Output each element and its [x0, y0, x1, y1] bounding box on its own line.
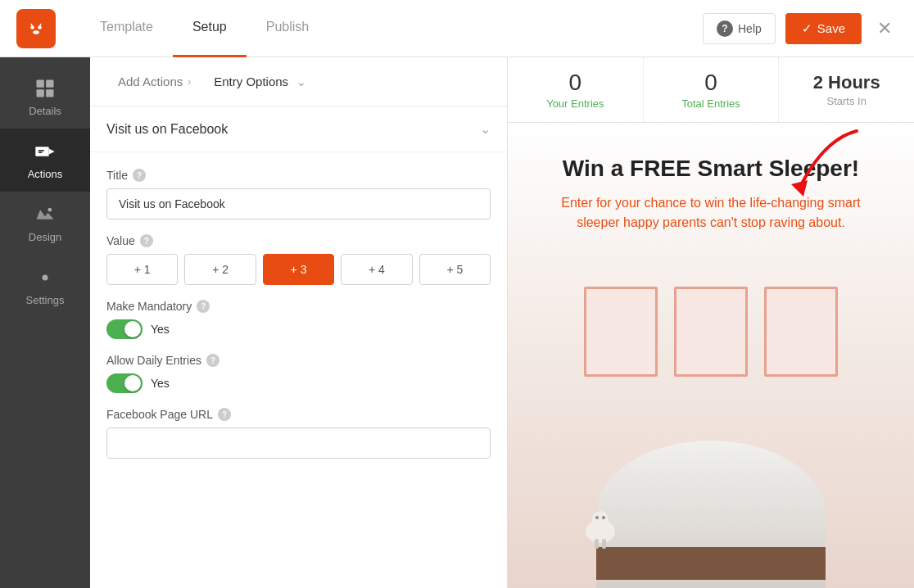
form-group-mandatory: Make Mandatory ? Yes	[106, 300, 491, 339]
section-chevron-icon: ⌄	[480, 121, 491, 137]
frame-1	[584, 287, 658, 377]
daily-label: Allow Daily Entries ?	[106, 354, 491, 367]
sub-nav: Add Actions › Entry Options ⌄	[90, 57, 507, 106]
svg-point-20	[602, 516, 605, 519]
sidebar-actions-label: Actions	[28, 168, 63, 180]
form-group-facebook-url: Facebook Page URL ?	[106, 408, 491, 459]
svg-point-15	[43, 275, 48, 281]
section-title: Visit us on Facebook	[106, 122, 228, 137]
mandatory-toggle[interactable]	[106, 319, 143, 339]
starts-in-number: 2 Hours	[813, 72, 880, 93]
svg-marker-0	[26, 19, 46, 38]
form-group-daily: Allow Daily Entries ? Yes	[106, 354, 491, 393]
preview-content: Win a FREE Smart Sleeper! Enter for your…	[508, 123, 914, 249]
value-btn-1[interactable]: + 1	[106, 254, 178, 285]
preview-desc-accent: happy parents can't stop raving about.	[623, 215, 845, 229]
save-button[interactable]: ✓ Save	[785, 13, 862, 44]
sub-nav-entry-options[interactable]: Entry Options ⌄	[202, 57, 318, 106]
product-cylinder	[596, 441, 826, 588]
close-button[interactable]: ✕	[871, 16, 898, 42]
form-body: Title ? Value ? + 1 + 2 + 3 + 4 + 5	[90, 152, 507, 475]
svg-point-3	[33, 30, 39, 34]
main-layout: Details Actions Design Settings	[0, 57, 914, 588]
svg-point-19	[595, 516, 599, 519]
entry-options-chevron: ⌄	[296, 75, 306, 88]
svg-rect-6	[37, 80, 44, 88]
tab-setup[interactable]: Setup	[173, 0, 247, 57]
add-actions-label: Add Actions	[118, 75, 183, 88]
design-icon	[34, 203, 57, 226]
section-header-facebook[interactable]: Visit us on Facebook ⌄	[90, 106, 507, 152]
preview-desc-2: sleeper	[577, 215, 619, 229]
sidebar-details-label: Details	[29, 105, 61, 117]
title-input[interactable]	[106, 188, 491, 219]
stat-total-entries: 0 Total Entries	[644, 57, 780, 122]
svg-rect-10	[35, 147, 48, 156]
your-entries-number: 0	[569, 70, 582, 96]
title-label: Title ?	[106, 169, 491, 182]
value-label: Value ?	[106, 234, 491, 247]
mandatory-help-icon[interactable]: ?	[197, 300, 210, 313]
logo-icon	[24, 16, 48, 41]
preview-description: Enter for your chance to win the life-ch…	[557, 193, 865, 233]
facebook-url-help-icon[interactable]: ?	[218, 408, 231, 421]
daily-yes-label: Yes	[151, 377, 170, 390]
value-buttons: + 1 + 2 + 3 + 4 + 5	[106, 254, 491, 285]
sidebar-design-label: Design	[29, 231, 61, 243]
actions-icon	[34, 140, 57, 163]
sidebar-item-settings[interactable]: Settings	[0, 255, 90, 318]
tab-publish[interactable]: Publish	[247, 0, 328, 57]
stat-your-entries: 0 Your Entries	[508, 57, 644, 122]
preview-frames	[584, 287, 838, 377]
value-btn-2[interactable]: + 2	[184, 254, 256, 285]
form-group-title: Title ?	[106, 169, 491, 219]
help-button[interactable]: ? Help	[703, 13, 776, 44]
total-entries-label: Total Entries	[681, 97, 740, 110]
entry-options-label: Entry Options	[214, 75, 288, 88]
preview-area: Win a FREE Smart Sleeper! Enter for your…	[508, 123, 914, 588]
svg-point-18	[592, 511, 609, 527]
product-band	[596, 547, 826, 580]
sidebar-item-actions[interactable]: Actions	[0, 129, 90, 192]
toy-icon	[580, 503, 621, 552]
mandatory-yes-label: Yes	[151, 323, 170, 336]
details-icon	[34, 77, 57, 100]
left-panel: Add Actions › Entry Options ⌄ Visit us o…	[90, 57, 508, 588]
svg-rect-21	[595, 539, 599, 549]
form-group-value: Value ? + 1 + 2 + 3 + 4 + 5	[106, 234, 491, 285]
top-nav: Template Setup Publish ? Help ✓ Save ✕	[0, 0, 914, 57]
help-icon: ?	[717, 20, 733, 37]
svg-rect-22	[602, 539, 606, 549]
sub-nav-add-actions[interactable]: Add Actions ›	[106, 57, 202, 106]
settings-icon	[34, 266, 57, 289]
facebook-url-input[interactable]	[106, 427, 491, 459]
sidebar: Details Actions Design Settings	[0, 57, 90, 588]
right-panel: 0 Your Entries 0 Total Entries 2 Hours S…	[508, 57, 914, 588]
daily-toggle-row: Yes	[106, 373, 491, 393]
sidebar-settings-label: Settings	[26, 294, 65, 306]
add-actions-arrow: ›	[188, 76, 191, 88]
mandatory-toggle-row: Yes	[106, 319, 491, 339]
daily-help-icon[interactable]: ?	[206, 354, 219, 367]
sidebar-item-details[interactable]: Details	[0, 66, 90, 129]
tab-template[interactable]: Template	[80, 0, 173, 57]
mandatory-label: Make Mandatory ?	[106, 300, 491, 313]
total-entries-number: 0	[704, 70, 717, 96]
svg-rect-8	[37, 89, 44, 97]
value-btn-5[interactable]: + 5	[419, 254, 491, 285]
stat-starts-in: 2 Hours Starts In	[779, 57, 914, 122]
svg-marker-11	[49, 149, 55, 155]
frame-3	[764, 287, 838, 377]
svg-rect-9	[46, 89, 53, 97]
title-help-icon[interactable]: ?	[133, 169, 146, 182]
svg-rect-7	[46, 80, 53, 88]
nav-actions: ? Help ✓ Save ✕	[703, 13, 898, 44]
value-help-icon[interactable]: ?	[140, 234, 153, 247]
sidebar-item-design[interactable]: Design	[0, 192, 90, 255]
frame-2	[674, 287, 748, 377]
daily-toggle[interactable]	[106, 373, 143, 393]
facebook-url-label: Facebook Page URL ?	[106, 408, 491, 421]
value-btn-4[interactable]: + 4	[341, 254, 412, 285]
your-entries-label: Your Entries	[546, 97, 604, 110]
value-btn-3[interactable]: + 3	[263, 254, 334, 285]
